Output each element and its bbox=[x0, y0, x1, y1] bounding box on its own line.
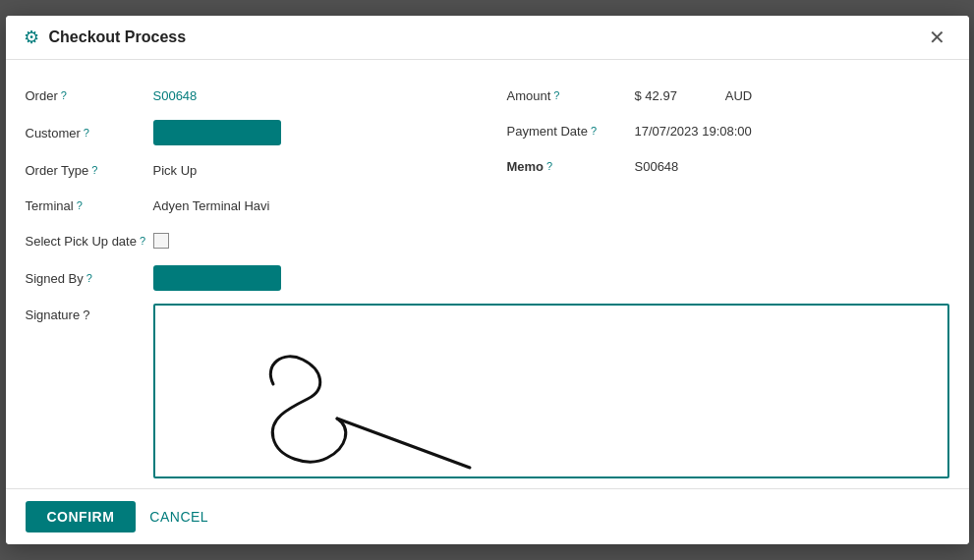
confirm-button[interactable]: CONFIRM bbox=[26, 501, 137, 532]
order-type-row: Order Type ? Pick Up bbox=[26, 152, 487, 188]
modal-footer: CONFIRM CANCEL bbox=[6, 488, 969, 544]
customer-row: Customer ? bbox=[26, 113, 487, 152]
order-type-label: Order Type ? bbox=[26, 163, 153, 178]
order-label: Order ? bbox=[26, 88, 153, 103]
settings-icon: ⚙ bbox=[24, 27, 39, 48]
checkout-modal: ⚙ Checkout Process ✕ Order ? S00648 bbox=[6, 16, 969, 544]
terminal-help-icon[interactable]: ? bbox=[77, 199, 83, 211]
payment-date-label: Payment Date ? bbox=[507, 124, 635, 139]
signed-by-help-icon[interactable]: ? bbox=[86, 272, 92, 284]
memo-row: Memo ? S00648 bbox=[487, 148, 949, 184]
order-type-value: Pick Up bbox=[153, 163, 198, 178]
left-column: Order ? S00648 Customer ? bbox=[26, 78, 487, 298]
signature-row: Signature ? bbox=[26, 304, 949, 478]
customer-label: Customer ? bbox=[26, 126, 153, 140]
signed-by-label: Signed By ? bbox=[26, 271, 153, 286]
signature-canvas[interactable] bbox=[153, 304, 949, 478]
modal-title-row: ⚙ Checkout Process bbox=[24, 27, 187, 48]
signature-label: Signature ? bbox=[26, 304, 153, 322]
order-value[interactable]: S00648 bbox=[153, 88, 198, 103]
terminal-label: Terminal ? bbox=[26, 198, 153, 213]
signature-help-icon[interactable]: ? bbox=[83, 308, 89, 322]
modal-header: ⚙ Checkout Process ✕ bbox=[6, 16, 969, 60]
signed-by-input[interactable] bbox=[153, 265, 281, 291]
pickup-date-checkbox[interactable] bbox=[153, 233, 169, 249]
right-column: Amount ? $ 42.97 AUD Payment Date ? bbox=[487, 78, 949, 298]
signature-drawing bbox=[155, 306, 949, 478]
order-type-help-icon[interactable]: ? bbox=[91, 164, 97, 176]
terminal-value: Adyen Terminal Havi bbox=[153, 198, 270, 213]
cancel-button[interactable]: CANCEL bbox=[149, 509, 208, 525]
payment-date-help-icon[interactable]: ? bbox=[591, 125, 597, 137]
amount-row: Amount ? $ 42.97 AUD bbox=[487, 78, 949, 113]
signed-by-row: Signed By ? bbox=[26, 258, 487, 298]
memo-value: S00648 bbox=[635, 159, 679, 174]
amount-currency: AUD bbox=[725, 88, 752, 103]
pickup-date-help-icon[interactable]: ? bbox=[140, 235, 145, 247]
order-row: Order ? S00648 bbox=[26, 78, 487, 113]
payment-date-row: Payment Date ? 17/07/2023 19:08:00 bbox=[487, 113, 949, 148]
amount-label: Amount ? bbox=[507, 88, 635, 103]
memo-label: Memo ? bbox=[507, 159, 635, 174]
customer-help-icon[interactable]: ? bbox=[84, 127, 89, 139]
order-help-icon[interactable]: ? bbox=[61, 89, 67, 101]
amount-help-icon[interactable]: ? bbox=[553, 89, 559, 101]
memo-help-icon[interactable]: ? bbox=[546, 160, 552, 172]
customer-input[interactable] bbox=[153, 120, 281, 145]
signature-section: Signature ? bbox=[26, 304, 949, 478]
modal-body: Order ? S00648 Customer ? bbox=[6, 60, 969, 488]
terminal-row: Terminal ? Adyen Terminal Havi bbox=[26, 188, 487, 223]
amount-value: $ 42.97 bbox=[635, 88, 677, 103]
modal-overlay: ⚙ Checkout Process ✕ Order ? S00648 bbox=[0, 0, 974, 560]
pickup-date-row: Select Pick Up date ? bbox=[26, 223, 487, 258]
close-button[interactable]: ✕ bbox=[923, 26, 951, 49]
form-grid: Order ? S00648 Customer ? bbox=[26, 78, 949, 298]
payment-date-value: 17/07/2023 19:08:00 bbox=[635, 124, 752, 139]
modal-title: Checkout Process bbox=[49, 28, 187, 46]
pickup-date-label: Select Pick Up date ? bbox=[26, 234, 153, 249]
